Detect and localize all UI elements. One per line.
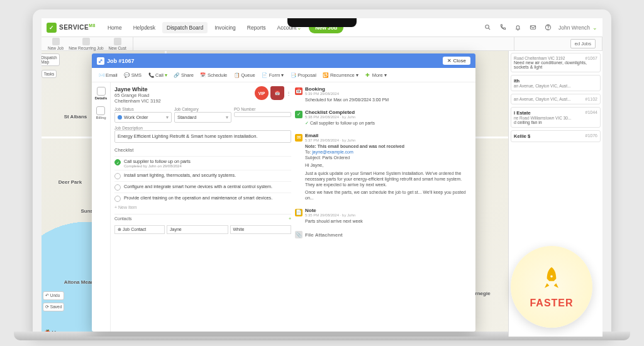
nav-reports[interactable]: Reports: [243, 22, 270, 33]
share-icon: 🔗: [174, 72, 180, 78]
toolbar-proposal[interactable]: 📑Proposal: [287, 70, 319, 79]
customer-address: 65 Grange Road: [114, 92, 161, 98]
job-timeline-column: 📅 Booking5:39 PM 29/08/2024 Scheduled fo…: [295, 86, 472, 328]
contact-last-name[interactable]: White: [230, 225, 292, 234]
subbar-new-customer[interactable]: New Cust: [109, 38, 126, 50]
side-tab-billing[interactable]: Billing: [96, 104, 106, 121]
toolbar-call[interactable]: 📞Call▾: [145, 70, 170, 79]
jobs-dropdown[interactable]: ed Jobs: [570, 39, 596, 48]
toolbar-form[interactable]: 📄Form▾: [259, 70, 287, 79]
job-detail-modal: ⤢ Job #1067 ✕ Close ✉️Email 💬SMS 📞Call▾ …: [92, 53, 475, 332]
customer-name: Jayne White: [114, 86, 161, 92]
attachment-icon: 📎: [295, 231, 303, 238]
timeline-note: 📄 Note5:35 PM 29/08/2024 · by John Parts…: [295, 208, 472, 224]
close-button[interactable]: ✕ Close: [443, 57, 470, 65]
subbar-new-job[interactable]: New Job: [48, 38, 64, 50]
calendar-icon: 📅: [295, 87, 303, 95]
toolbar-share[interactable]: 🔗Share: [171, 70, 196, 79]
timeline-booking: 📅 Booking5:39 PM 29/08/2024 Scheduled fo…: [295, 86, 472, 103]
toolbar-schedule[interactable]: 📅Schedule: [197, 70, 230, 79]
timeline-attachment: 📎 File Attachment: [295, 231, 472, 238]
checkbox-icon[interactable]: [114, 173, 121, 179]
checklist-item[interactable]: Configure and integrate smart home devic…: [114, 181, 291, 193]
checkbox-icon[interactable]: [114, 159, 121, 165]
queue-icon: 📋: [233, 72, 240, 78]
checklist-item[interactable]: Call supplier to follow up on partsCompl…: [114, 156, 291, 170]
mail-icon: ✉: [295, 134, 303, 142]
laptop-notch: [287, 18, 357, 27]
nav-helpdesk[interactable]: Helpdesk: [129, 22, 160, 33]
faster-badge: FASTER: [511, 246, 592, 328]
contact-first-name[interactable]: Jayne: [167, 225, 228, 234]
job-status-select[interactable]: Work Order▾: [114, 112, 172, 123]
new-checklist-item[interactable]: + New Item: [114, 204, 291, 211]
toolbar-more[interactable]: ✚More▾: [362, 70, 389, 79]
modal-title: Job #1067: [107, 58, 135, 64]
toolbar-sms[interactable]: 💬SMS: [121, 70, 144, 79]
rocket-icon: [538, 265, 565, 296]
faster-label: FASTER: [530, 298, 573, 309]
brand-name: SERVICEM8: [59, 23, 96, 31]
nav-invoicing[interactable]: Invoicing: [210, 22, 240, 33]
label-job-category: Job Category: [174, 107, 231, 111]
expand-icon[interactable]: ⤢: [97, 57, 104, 65]
job-card[interactable]: #1102 an Avenue, Clayton VIC, Aust...: [511, 94, 601, 104]
more-icon: ✚: [365, 72, 371, 78]
phone-icon[interactable]: [498, 23, 507, 32]
svg-point-0: [485, 25, 489, 29]
nav-home[interactable]: Home: [103, 22, 126, 33]
job-description-textarea[interactable]: Energy Efficient Lighting Retrofit & Sma…: [114, 130, 291, 143]
po-number-input[interactable]: [234, 112, 291, 117]
contact-type[interactable]: ⊕ Job Contact: [114, 225, 165, 234]
recurring-badge: 📅: [270, 86, 284, 100]
job-card[interactable]: #1044 l Estate ne Road Williamstown VIC …: [511, 107, 601, 128]
add-contact-icon[interactable]: +: [289, 216, 291, 221]
modal-side-tabs: Details Billing: [92, 82, 111, 332]
tab-tasks[interactable]: Tasks: [42, 70, 57, 78]
proposal-icon: 📑: [290, 72, 296, 78]
check-icon: ✓: [295, 111, 303, 118]
chevron-down-icon: ⌄: [592, 25, 597, 31]
close-icon: ✕: [447, 58, 452, 64]
label-job-description: Job Description: [114, 126, 291, 130]
timeline-checklist-completed: ✓ Checklist Completed5:38 PM 29/08/2024 …: [295, 109, 472, 126]
label-po-number: PO Number: [234, 107, 291, 111]
checklist-item[interactable]: Install smart lighting, thermostats, and…: [114, 170, 291, 181]
contacts-heading: Contacts: [114, 216, 132, 221]
side-tab-details[interactable]: Details: [95, 85, 108, 102]
job-card[interactable]: #1067 Road Cheltenham VIC 3192 Need new …: [511, 53, 601, 72]
kebab-icon[interactable]: ⋮: [286, 91, 291, 96]
modal-titlebar: ⤢ Job #1067 ✕ Close: [92, 53, 475, 68]
timeline-email: ✉ Email5:37 PM 29/08/2024 · by John Note…: [295, 133, 472, 201]
job-card[interactable]: ith an Avenue, Clayton VIC, Aust...: [511, 75, 601, 91]
help-icon[interactable]: [543, 23, 552, 32]
note-icon: 📄: [295, 209, 303, 216]
email-bounce-note: Note: This email bounced and was not rec…: [305, 143, 472, 149]
undo-button[interactable]: ↶ Undo: [43, 291, 64, 300]
subbar-new-recurring-job[interactable]: New Recurring Job: [69, 38, 103, 50]
checkbox-icon[interactable]: [114, 196, 121, 202]
checklist-item[interactable]: Provide client training on the operation…: [114, 193, 291, 204]
phone-icon: 📞: [148, 72, 154, 78]
search-icon[interactable]: [483, 23, 492, 32]
toolbar-queue[interactable]: 📋Queue: [231, 70, 258, 79]
customer-address-2: Cheltenham VIC 3192: [114, 98, 161, 104]
bell-icon[interactable]: [513, 23, 522, 32]
job-card[interactable]: #1076 Kellie $: [511, 130, 601, 142]
job-category-select[interactable]: Standard▾: [174, 112, 231, 123]
toolbar-email[interactable]: ✉️Email: [96, 70, 120, 79]
brand-logo[interactable]: ✓: [47, 23, 57, 33]
checkbox-icon[interactable]: [114, 184, 121, 191]
tab-dispatch-map[interactable]: Dispatch Map: [42, 53, 60, 66]
inbox-icon[interactable]: [528, 23, 537, 32]
map-label: St Albans: [64, 114, 87, 120]
nav-dispatch-board[interactable]: Dispatch Board: [162, 22, 208, 33]
checklist-heading: Checklist: [114, 147, 291, 153]
toolbar-recurrence[interactable]: 🔁Recurrence▾: [320, 70, 361, 79]
svg-line-1: [488, 28, 489, 30]
form-icon: 📄: [262, 72, 268, 78]
vip-badge: VIP: [255, 86, 269, 100]
modal-toolbar: ✉️Email 💬SMS 📞Call▾ 🔗Share 📅Schedule 📋Qu…: [92, 68, 475, 82]
laptop-frame: ✓ SERVICEM8 Home Helpdesk Dispatch Board…: [33, 9, 611, 337]
user-menu[interactable]: John Wrench⌄: [558, 25, 597, 31]
